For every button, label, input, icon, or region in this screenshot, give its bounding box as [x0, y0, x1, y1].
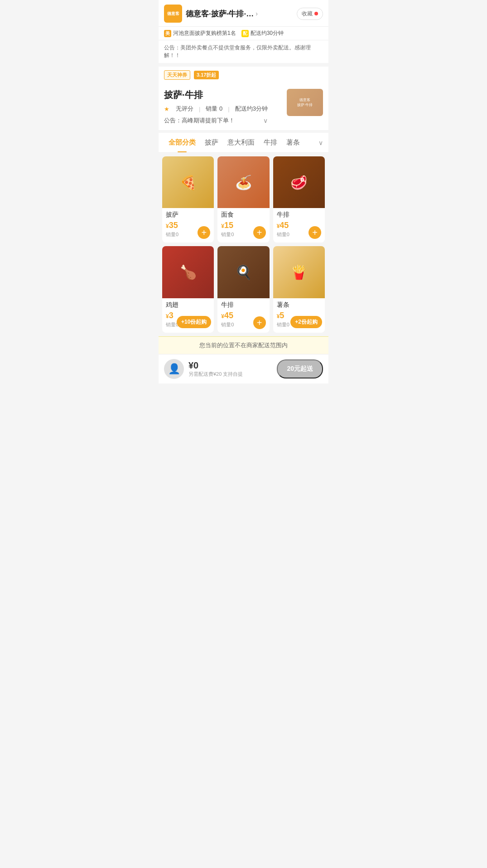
product-image-chicken[interactable]: 🍗 — [162, 246, 214, 298]
product-name-steak2: 牛排 — [221, 301, 265, 309]
restaurant-sales: 销量 0 — [206, 105, 222, 113]
badge-item-ranking: 美 河池意面披萨复购榜第1名 — [164, 29, 236, 37]
product-card-steak1: 🥩 牛排 ¥45 销量0 + — [273, 156, 325, 242]
restaurant-rating: 无评分 — [176, 105, 193, 113]
pizza-image-inner: 🍕 — [162, 156, 214, 208]
collect-button[interactable]: 收藏 — [297, 8, 323, 20]
restaurant-delivery-time: 配送约3分钟 — [235, 105, 268, 113]
coupon-row[interactable]: 天天神券 3.17折起 — [159, 67, 328, 83]
product-card-pizza: 🍕 披萨 ¥35 销量0 + — [162, 156, 214, 242]
product-image-fries[interactable]: 🍟 — [273, 246, 325, 298]
avatar-icon: 👤 — [168, 363, 180, 375]
product-image-pasta[interactable]: 🍝 — [217, 156, 269, 208]
separator-2: | — [228, 106, 229, 112]
product-card-pasta: 🍝 面食 ¥15 销量0 + — [217, 156, 269, 242]
tab-pizza[interactable]: 披萨 — [200, 133, 223, 152]
cart-info: ¥0 另需配送费¥20 支持自提 — [188, 360, 277, 378]
fries-image-inner: 🍟 — [273, 246, 325, 298]
checkout-label: 20元起送 — [287, 365, 313, 372]
add-button-pasta[interactable]: + — [253, 226, 266, 239]
pasta-image-inner: 🍝 — [217, 156, 269, 208]
product-card-chicken: 🍗 鸡翅 ¥3 销量0 +10份起购 — [162, 246, 214, 332]
cart-avatar-icon[interactable]: 👤 — [164, 359, 184, 379]
announcement-row[interactable]: 公告：高峰期请提前下单！ ∨ — [164, 116, 268, 125]
restaurant-logo: 德意客 — [164, 5, 182, 23]
badge-icon-ranking: 美 — [164, 30, 171, 37]
chevron-down-icon[interactable]: ∨ — [263, 117, 268, 124]
collect-dot-icon — [314, 12, 318, 15]
product-card-fries: 🍟 薯条 ¥5 销量0 +2份起购 — [273, 246, 325, 332]
category-tabs: 全部分类 披萨 意大利面 牛排 薯条 ∨ — [159, 133, 328, 153]
product-name-steak1: 牛排 — [277, 211, 321, 219]
badge-text-ranking: 河池意面披萨复购榜第1名 — [173, 29, 236, 37]
restaurant-info: 披萨·牛排 ★ 无评分 | 销量 0 | 配送约3分钟 公告：高峰期请提前下单！… — [159, 83, 328, 130]
add-button-steak2[interactable]: + — [253, 316, 266, 329]
product-image-steak1[interactable]: 🥩 — [273, 156, 325, 208]
restaurant-thumbnail[interactable]: 德意客披萨·牛排 — [287, 89, 323, 116]
product-card-steak2: 🍳 牛排 ¥45 销量0 + — [217, 246, 269, 332]
cart-price: ¥0 — [188, 360, 277, 371]
chicken-image-inner: 🍗 — [162, 246, 214, 298]
tab-fries[interactable]: 薯条 — [282, 133, 304, 152]
product-name-pasta: 面食 — [221, 211, 265, 219]
header-left: 德意客 德意客·披萨·牛排·… › — [164, 5, 297, 23]
announcement-text: 公告：高峰期请提前下单！ — [164, 116, 235, 125]
product-image-pizza[interactable]: 🍕 — [162, 156, 214, 208]
delivery-warning-bar: 您当前的位置不在商家配送范围内 — [159, 336, 328, 354]
product-grid: 🍕 披萨 ¥35 销量0 + 🍝 面食 ¥15 销量0 + 🥩 牛排 ¥45 销… — [159, 153, 328, 336]
restaurant-stats: ★ 无评分 | 销量 0 | 配送约3分钟 — [164, 105, 268, 113]
restaurant-name: 披萨·牛排 — [164, 89, 268, 101]
notice-bar: 公告：美团外卖餐点不提供堂食服务，仅限外卖配送。感谢理解！！ — [159, 40, 328, 67]
product-image-steak2[interactable]: 🍳 — [217, 246, 269, 298]
steak1-image-inner: 🥩 — [273, 156, 325, 208]
bottom-safe-area — [159, 383, 328, 397]
delivery-warning-text: 您当前的位置不在商家配送范围内 — [199, 342, 288, 349]
bottom-bar: 👤 ¥0 另需配送费¥20 支持自提 20元起送 — [159, 354, 328, 383]
badge-item-delivery: 配 配送约30分钟 — [241, 29, 284, 37]
header-arrow-icon[interactable]: › — [256, 10, 258, 17]
product-name-pizza: 披萨 — [166, 211, 210, 219]
badge-icon-delivery: 配 — [241, 30, 249, 37]
collect-label: 收藏 — [302, 10, 313, 18]
tab-pasta[interactable]: 意大利面 — [223, 133, 259, 152]
product-name-chicken: 鸡翅 — [166, 301, 210, 309]
add-button-fries[interactable]: +2份起购 — [290, 316, 322, 328]
restaurant-header-title: 德意客·披萨·牛排·… — [186, 9, 254, 19]
tab-steak[interactable]: 牛排 — [259, 133, 282, 152]
coupon-tag-daily[interactable]: 天天神券 — [164, 70, 190, 80]
restaurant-details: 披萨·牛排 ★ 无评分 | 销量 0 | 配送约3分钟 公告：高峰期请提前下单！… — [164, 89, 268, 125]
discount-tag[interactable]: 3.17折起 — [194, 71, 219, 79]
cart-note: 另需配送费¥20 支持自提 — [188, 371, 277, 378]
separator-1: | — [199, 106, 200, 112]
tab-more-icon[interactable]: ∨ — [315, 134, 323, 152]
product-name-fries: 薯条 — [277, 301, 321, 309]
tab-all-categories[interactable]: 全部分类 — [164, 133, 200, 152]
checkout-button[interactable]: 20元起送 — [277, 359, 323, 378]
notice-text: 公告：美团外卖餐点不提供堂食服务，仅限外卖配送。感谢理解！！ — [164, 44, 311, 58]
steak2-image-inner: 🍳 — [217, 246, 269, 298]
badge-text-delivery: 配送约30分钟 — [251, 29, 284, 37]
thumbnail-image: 德意客披萨·牛排 — [287, 89, 323, 116]
star-icon: ★ — [164, 106, 169, 112]
top-header: 德意客 德意客·披萨·牛排·… › 收藏 — [159, 0, 328, 27]
add-button-chicken[interactable]: +10份起购 — [177, 316, 211, 328]
badges-row: 美 河池意面披萨复购榜第1名 配 配送约30分钟 — [159, 27, 328, 40]
